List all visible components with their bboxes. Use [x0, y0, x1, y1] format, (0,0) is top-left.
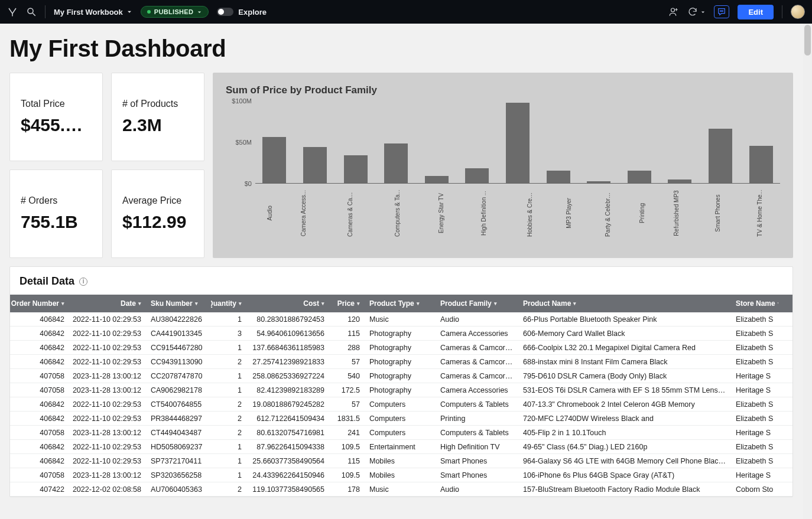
- column-label: Sku Number: [151, 299, 193, 308]
- caret-down-icon: ▾: [357, 301, 360, 306]
- chart-bar[interactable]: [628, 171, 651, 183]
- table-cell: 19.080188679245282: [246, 400, 329, 409]
- table-row[interactable]: 4070582023-11-28 13:00:12CC2078747870125…: [10, 369, 792, 383]
- table-cell: 406842: [10, 414, 69, 423]
- table-cell: 406842: [10, 400, 69, 409]
- table-cell: Smart Phones: [436, 471, 518, 479]
- table-cell: 406842: [10, 344, 69, 352]
- table-cell: Cameras & Camcorders: [436, 372, 518, 380]
- kpi-tile[interactable]: Average Price$112.99: [111, 169, 204, 258]
- x-tick-label: Party & Celebrat...: [605, 190, 611, 237]
- svg-point-4: [723, 11, 723, 11]
- x-tick-label: Refurbished MP3: [673, 190, 679, 236]
- column-header[interactable]: Product Name▾: [518, 299, 731, 308]
- chart-bar[interactable]: [384, 143, 408, 183]
- table-row[interactable]: 4070582023-11-28 13:00:12CA9062982178182…: [10, 383, 792, 397]
- chart-bar[interactable]: [303, 147, 327, 183]
- chart-bar[interactable]: [344, 155, 368, 183]
- table-cell: 80.28301886792453: [246, 315, 329, 324]
- table-cell: HD5058069237: [146, 443, 211, 451]
- column-header[interactable]: Cost▾: [246, 299, 329, 308]
- column-header[interactable]: Store Name▾: [731, 299, 778, 308]
- explore-toggle[interactable]: [217, 8, 233, 16]
- table-cell: Computers: [365, 414, 436, 423]
- column-label: Order Number: [11, 299, 59, 308]
- refresh-dropdown-icon[interactable]: [687, 6, 698, 17]
- column-header[interactable]: Date▾: [69, 299, 146, 308]
- table-header: Order Number▾Date▾Sku Number▾Quantity▾Co…: [10, 295, 792, 312]
- column-label: Store Name: [736, 299, 775, 308]
- chart-bar[interactable]: [668, 179, 691, 183]
- table-row[interactable]: 4068422022-11-10 02:29:53PR3844468297261…: [10, 412, 792, 426]
- svg-point-1: [671, 8, 675, 12]
- chart-bar[interactable]: [587, 181, 610, 183]
- kpi-tile[interactable]: # of Products2.3M: [111, 73, 204, 161]
- table-cell: Entertainment: [365, 443, 436, 451]
- table-row[interactable]: 4068422022-11-10 02:29:53CC9439113090227…: [10, 355, 792, 369]
- x-tick-label: High Definition ...: [480, 191, 487, 236]
- chart-bar[interactable]: [262, 137, 286, 183]
- table-row[interactable]: 4070582023-11-28 13:00:12CT4494043487280…: [10, 426, 792, 440]
- comments-button[interactable]: [714, 5, 729, 18]
- info-icon[interactable]: i: [79, 278, 87, 286]
- chart-bar[interactable]: [709, 129, 732, 183]
- table-row[interactable]: 4068422022-11-10 02:29:53AU3804222826180…: [10, 312, 792, 327]
- table-cell: 57: [329, 400, 365, 409]
- table-cell: 1: [211, 372, 246, 380]
- table-cell: 106-iPhone 6s Plus 64GB Space Gray (AT&T…: [518, 471, 731, 479]
- add-user-icon[interactable]: [668, 6, 679, 17]
- table-cell: 2022-11-10 02:29:53: [69, 315, 146, 324]
- table-row[interactable]: 4074222022-12-02 02:08:58AU7060405363211…: [10, 482, 792, 497]
- table-row[interactable]: 4068422022-11-10 02:29:53SP7372170411125…: [10, 454, 792, 468]
- chart-bar[interactable]: [425, 176, 449, 184]
- table-cell: 531-EOS T6i DSLR Camera with EF S 18 55m…: [518, 386, 731, 394]
- edit-button[interactable]: Edit: [738, 5, 774, 19]
- app-logo-icon[interactable]: [7, 6, 18, 17]
- column-header[interactable]: Quantity▾: [211, 299, 246, 308]
- table-row[interactable]: 4068422022-11-10 02:29:53CA4419013345354…: [10, 327, 792, 341]
- chart-card[interactable]: Sum of Price by Product Family $100M $50…: [213, 73, 793, 258]
- column-header[interactable]: Product Type▾: [365, 299, 436, 308]
- user-avatar[interactable]: [791, 5, 805, 19]
- column-header[interactable]: Price▾: [329, 299, 365, 308]
- publish-status-pill[interactable]: PUBLISHED: [141, 6, 209, 18]
- table-row[interactable]: 4068422022-11-10 02:29:53HD5058069237187…: [10, 440, 792, 454]
- table-cell: 2022-11-10 02:29:53: [69, 443, 146, 451]
- search-icon[interactable]: [26, 6, 37, 17]
- table-cell: Photography: [365, 358, 436, 366]
- x-tick-label: Hobbies & Creat...: [527, 190, 533, 237]
- caret-down-icon: [197, 9, 202, 15]
- table-row[interactable]: 4068422022-11-10 02:29:53CC9154467280113…: [10, 341, 792, 355]
- chart-bar[interactable]: [547, 171, 570, 183]
- table-cell: Computers: [365, 429, 436, 437]
- column-header[interactable]: Sku Number▾: [146, 299, 211, 308]
- column-header[interactable]: Product Family▾: [436, 299, 518, 308]
- kpi-tile[interactable]: # Orders755.1B: [9, 169, 103, 258]
- table-cell: Elizabeth S: [731, 414, 778, 423]
- table-cell: 115: [329, 457, 365, 465]
- table-row[interactable]: 4068422022-11-10 02:29:53CT5400764855219…: [10, 397, 792, 412]
- kpi-grid: Total Price$455.8…# of Products2.3M# Ord…: [9, 73, 204, 258]
- column-header[interactable]: Order Number▾: [10, 299, 69, 308]
- table-cell: 2: [211, 400, 246, 409]
- table-cell: 66-Plus Portable Bluetooth Speaker Pink: [518, 315, 731, 324]
- table-cell: 119.10377358490565: [246, 485, 329, 494]
- chart-bar[interactable]: [506, 103, 530, 183]
- scrollbar-thumb[interactable]: [804, 25, 811, 56]
- table-cell: 109.5: [329, 471, 365, 479]
- table-cell: 407058: [10, 429, 69, 437]
- y-tick: $0: [245, 180, 252, 187]
- table-cell: 2023-11-28 13:00:12: [69, 386, 146, 394]
- chart-bar[interactable]: [465, 168, 489, 183]
- table-cell: 1: [211, 315, 246, 324]
- caret-down-icon[interactable]: [700, 9, 706, 15]
- page-scrollbar[interactable]: [803, 24, 812, 519]
- caret-down-icon: ▾: [778, 301, 778, 306]
- table-cell: Mobiles: [365, 457, 436, 465]
- workbook-title-dropdown[interactable]: My First Workbook: [54, 8, 132, 17]
- caret-down-icon: ▾: [321, 301, 324, 306]
- kpi-tile[interactable]: Total Price$455.8…: [9, 73, 103, 161]
- chart-bar[interactable]: [749, 146, 773, 183]
- table-row[interactable]: 4070582023-11-28 13:00:12SP3203656258124…: [10, 468, 792, 482]
- table-cell: 2023-11-28 13:00:12: [69, 429, 146, 437]
